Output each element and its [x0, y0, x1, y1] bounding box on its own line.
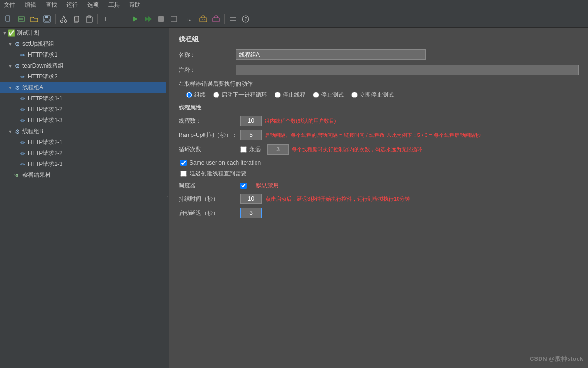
menu-edit[interactable]: 编辑 — [23, 0, 38, 10]
loop-count-row: 循环次数 永远 每个线程循环执行控制器内的次数，勾选永远为无限循环 — [179, 144, 579, 155]
scheduler-checkbox[interactable] — [240, 183, 247, 189]
toolbar-stop[interactable] — [155, 13, 167, 25]
forever-label[interactable]: 永远 — [249, 145, 261, 154]
tree-label: tearDown线程组 — [22, 62, 64, 70]
tree-item-setup[interactable]: ▼ ⚙ setUp线程组 — [0, 39, 166, 49]
thread-count-label: 线程数： — [179, 117, 240, 125]
svg-marker-16 — [145, 16, 149, 22]
same-user-label[interactable]: Same user on each iteration — [190, 159, 261, 166]
radio-stop-thread[interactable]: 停止线程 — [275, 91, 305, 99]
request-icon: ✏ — [19, 95, 27, 103]
tree-item-thread-group-a[interactable]: ▼ ⚙ 线程组A — [0, 82, 166, 93]
radio-continue[interactable]: 继续 — [186, 91, 206, 99]
tree-arrow: ▼ — [8, 86, 13, 90]
gear-icon: ⚙ — [13, 62, 21, 70]
request-icon: ✏ — [19, 106, 27, 114]
tree-label: 线程组A — [22, 84, 43, 92]
thread-count-box: 组内线程个数(默认的用户数目) — [240, 116, 579, 126]
toolbar-list[interactable] — [227, 13, 238, 25]
toolbar-help[interactable]: ? — [240, 13, 251, 25]
svg-rect-1 — [18, 17, 25, 21]
toolbar-run-no-pause[interactable] — [142, 13, 154, 25]
tree-label: 察看结果树 — [22, 171, 51, 179]
menu-file[interactable]: 文件 — [2, 0, 17, 10]
radio-stop-thread-label: 停止线程 — [283, 91, 305, 99]
svg-rect-12 — [75, 16, 79, 21]
radio-stop-test-now[interactable]: 立即停止测试 — [351, 91, 394, 99]
svg-rect-6 — [45, 19, 49, 21]
gear-icon: ⚙ — [13, 128, 21, 136]
tree-item-teardown[interactable]: ▼ ⚙ tearDown线程组 — [0, 60, 166, 71]
thread-count-input[interactable] — [240, 116, 262, 126]
tree-item-http1-3[interactable]: ✏ HTTP请求1-3 — [0, 115, 166, 126]
svg-text:fx: fx — [187, 17, 191, 22]
toolbar-new[interactable] — [3, 13, 14, 25]
radio-stop-test[interactable]: 停止测试 — [313, 91, 344, 99]
tree-item-http2[interactable]: ✏ HTTP请求2 — [0, 71, 166, 82]
delay-create-checkbox[interactable] — [180, 171, 187, 177]
main-layout: ▼ ✅ 测试计划 ▼ ⚙ setUp线程组 ✏ HTTP请求1 ▼ ⚙ tear… — [0, 28, 588, 368]
tree-item-http1-1[interactable]: ✏ HTTP请求1-1 — [0, 93, 166, 104]
name-label: 名称： — [179, 51, 236, 59]
gear-icon: ⚙ — [13, 84, 21, 92]
tree-item-thread-group-b[interactable]: ▼ ⚙ 线程组B — [0, 126, 166, 137]
menu-help[interactable]: 帮助 — [127, 0, 142, 10]
tree-item-http2-1[interactable]: ✏ HTTP请求2-1 — [0, 137, 166, 148]
forever-checkbox[interactable] — [240, 146, 247, 153]
startup-delay-row: 启动延迟（秒） — [179, 208, 579, 218]
delay-create-label[interactable]: 延迟创建线程直到需要 — [190, 170, 247, 178]
loop-count-label: 循环次数 — [179, 145, 240, 154]
toolbar-open[interactable] — [28, 13, 40, 25]
menu-find[interactable]: 查找 — [44, 0, 59, 10]
thread-properties-header: 线程属性 — [179, 104, 579, 112]
radio-stop-test-now-input[interactable] — [351, 92, 358, 98]
radio-stop-test-input[interactable] — [313, 92, 319, 98]
svg-rect-24 — [213, 18, 219, 22]
tree-item-http2-2[interactable]: ✏ HTTP请求2-2 — [0, 148, 166, 159]
toolbar-shutdown[interactable] — [168, 13, 180, 25]
comment-input[interactable] — [236, 65, 579, 75]
svg-point-7 — [61, 20, 63, 22]
toolbar-save[interactable] — [41, 13, 53, 25]
name-input[interactable] — [236, 49, 426, 60]
toolbar-run-all[interactable] — [130, 13, 141, 25]
tree-label: 测试计划 — [17, 29, 39, 37]
tree-item-http2-3[interactable]: ✏ HTTP请求2-3 — [0, 159, 166, 170]
toolbar-copy[interactable] — [71, 13, 82, 25]
rampup-input[interactable] — [240, 130, 262, 140]
radio-stop-test-now-label: 立即停止测试 — [360, 91, 394, 99]
tree-item-http1[interactable]: ✏ HTTP请求1 — [0, 49, 166, 60]
toolbar-paste[interactable] — [84, 13, 95, 25]
toolbar-collapse[interactable]: − — [113, 13, 124, 25]
radio-start-next[interactable]: 启动下一进程循环 — [213, 91, 267, 99]
radio-stop-thread-input[interactable] — [275, 92, 281, 98]
menubar: 文件 编辑 查找 运行 选项 工具 帮助 — [0, 0, 588, 10]
radio-continue-input[interactable] — [186, 92, 192, 98]
tree-arrow: ▼ — [8, 42, 13, 47]
menu-run[interactable]: 运行 — [65, 0, 80, 10]
tree-item-test-plan[interactable]: ▼ ✅ 测试计划 — [0, 28, 166, 39]
request-icon: ✏ — [19, 117, 27, 125]
toolbar-clear[interactable] — [198, 13, 209, 25]
toolbar-cut[interactable] — [58, 13, 69, 25]
toolbar-clear-all[interactable] — [210, 13, 222, 25]
scheduler-label: 调度器 — [179, 182, 240, 190]
menu-options[interactable]: 选项 — [85, 0, 101, 10]
toolbar-function-helper[interactable]: fx — [185, 13, 196, 25]
delay-create-row: 延迟创建线程直到需要 — [179, 170, 579, 178]
duration-input[interactable] — [240, 194, 262, 204]
toolbar-expand[interactable]: + — [100, 13, 112, 25]
loop-count-input[interactable] — [267, 144, 289, 155]
forever-group: 永远 — [240, 145, 261, 154]
request-icon: ✏ — [19, 161, 27, 168]
tree-item-http1-2[interactable]: ✏ HTTP请求1-2 — [0, 104, 166, 115]
duration-label: 持续时间（秒） — [179, 195, 240, 203]
menu-tools[interactable]: 工具 — [106, 0, 122, 10]
toolbar-templates[interactable] — [16, 13, 27, 25]
svg-point-8 — [65, 20, 67, 22]
tree-item-result-tree[interactable]: 👁 察看结果树 — [0, 170, 166, 181]
svg-marker-17 — [148, 16, 152, 22]
radio-start-next-input[interactable] — [213, 92, 219, 98]
startup-delay-input[interactable] — [240, 208, 262, 218]
same-user-checkbox[interactable] — [180, 160, 187, 166]
